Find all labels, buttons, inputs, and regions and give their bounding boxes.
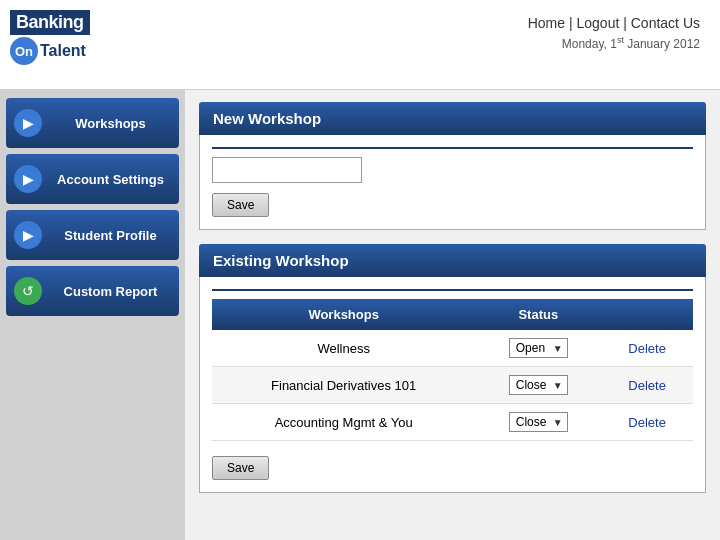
col-workshops: Workshops bbox=[212, 299, 475, 330]
contact-link[interactable]: Contact Us bbox=[631, 15, 700, 31]
logo-banking-text: Banking bbox=[10, 10, 90, 35]
sidebar-item-custom-report[interactable]: ↺ Custom Report bbox=[6, 266, 179, 316]
date-display: Monday, 1st January 2012 bbox=[528, 35, 700, 51]
sidebar-item-student-profile[interactable]: ▶ Student Profile bbox=[6, 210, 179, 260]
workshop-status-cell: OpenClose bbox=[475, 330, 601, 367]
existing-workshop-section: Existing Workshop Workshops Status Welln… bbox=[199, 244, 706, 493]
new-workshop-section: New Workshop Save bbox=[199, 102, 706, 230]
page-header: Banking On Talent Home | Logout | Contac… bbox=[0, 0, 720, 90]
new-workshop-input[interactable] bbox=[212, 157, 362, 183]
col-status: Status bbox=[475, 299, 601, 330]
nav-row: Home | Logout | Contact Us bbox=[528, 15, 700, 31]
sidebar: ▶ Workshops ▶ Account Settings ▶ Student… bbox=[0, 90, 185, 540]
delete-link[interactable]: Delete bbox=[628, 341, 666, 356]
new-workshop-divider bbox=[212, 147, 693, 149]
table-row: WellnessOpenCloseDelete bbox=[212, 330, 693, 367]
logo-talent-text: Talent bbox=[40, 42, 86, 60]
nav-separator-2: | bbox=[623, 15, 631, 31]
sidebar-student-profile-label: Student Profile bbox=[50, 228, 171, 243]
new-workshop-save-button[interactable]: Save bbox=[212, 193, 269, 217]
logout-link[interactable]: Logout bbox=[577, 15, 620, 31]
new-workshop-body: Save bbox=[199, 135, 706, 230]
col-actions bbox=[601, 299, 693, 330]
status-select[interactable]: OpenClose bbox=[509, 375, 568, 395]
student-profile-icon: ▶ bbox=[14, 221, 42, 249]
sidebar-account-settings-label: Account Settings bbox=[50, 172, 171, 187]
logo-circle-icon: On bbox=[10, 37, 38, 65]
main-layout: ▶ Workshops ▶ Account Settings ▶ Student… bbox=[0, 90, 720, 540]
status-select-wrapper: OpenClose bbox=[509, 375, 568, 395]
existing-workshop-save-button[interactable]: Save bbox=[212, 456, 269, 480]
delete-link[interactable]: Delete bbox=[628, 415, 666, 430]
workshops-icon: ▶ bbox=[14, 109, 42, 137]
account-settings-icon: ▶ bbox=[14, 165, 42, 193]
workshop-status-cell: OpenClose bbox=[475, 404, 601, 441]
sidebar-item-account-settings[interactable]: ▶ Account Settings bbox=[6, 154, 179, 204]
status-select[interactable]: OpenClose bbox=[509, 338, 568, 358]
workshop-delete-cell: Delete bbox=[601, 367, 693, 404]
status-select[interactable]: OpenClose bbox=[509, 412, 568, 432]
existing-workshop-body: Workshops Status WellnessOpenCloseDelete… bbox=[199, 277, 706, 493]
workshop-name-cell: Wellness bbox=[212, 330, 475, 367]
table-row: Accounting Mgmt & YouOpenCloseDelete bbox=[212, 404, 693, 441]
workshop-name-cell: Accounting Mgmt & You bbox=[212, 404, 475, 441]
logo-on-talent: On Talent bbox=[10, 37, 86, 65]
status-select-wrapper: OpenClose bbox=[509, 338, 568, 358]
status-select-wrapper: OpenClose bbox=[509, 412, 568, 432]
custom-report-icon: ↺ bbox=[14, 277, 42, 305]
workshop-delete-cell: Delete bbox=[601, 404, 693, 441]
nav-separator-1: | bbox=[569, 15, 577, 31]
workshop-delete-cell: Delete bbox=[601, 330, 693, 367]
workshop-name-cell: Financial Derivatives 101 bbox=[212, 367, 475, 404]
sidebar-workshops-label: Workshops bbox=[50, 116, 171, 131]
existing-workshop-header: Existing Workshop bbox=[199, 244, 706, 277]
logo: Banking On Talent bbox=[10, 10, 110, 80]
sidebar-item-workshops[interactable]: ▶ Workshops bbox=[6, 98, 179, 148]
sidebar-custom-report-label: Custom Report bbox=[50, 284, 171, 299]
content-area: New Workshop Save Existing Workshop Work… bbox=[185, 90, 720, 540]
workshop-table: Workshops Status WellnessOpenCloseDelete… bbox=[212, 299, 693, 441]
table-row: Financial Derivatives 101OpenCloseDelete bbox=[212, 367, 693, 404]
workshop-status-cell: OpenClose bbox=[475, 367, 601, 404]
table-header-row: Workshops Status bbox=[212, 299, 693, 330]
nav-links: Home | Logout | Contact Us Monday, 1st J… bbox=[528, 10, 700, 51]
existing-workshop-divider bbox=[212, 289, 693, 291]
new-workshop-header: New Workshop bbox=[199, 102, 706, 135]
delete-link[interactable]: Delete bbox=[628, 378, 666, 393]
home-link[interactable]: Home bbox=[528, 15, 565, 31]
